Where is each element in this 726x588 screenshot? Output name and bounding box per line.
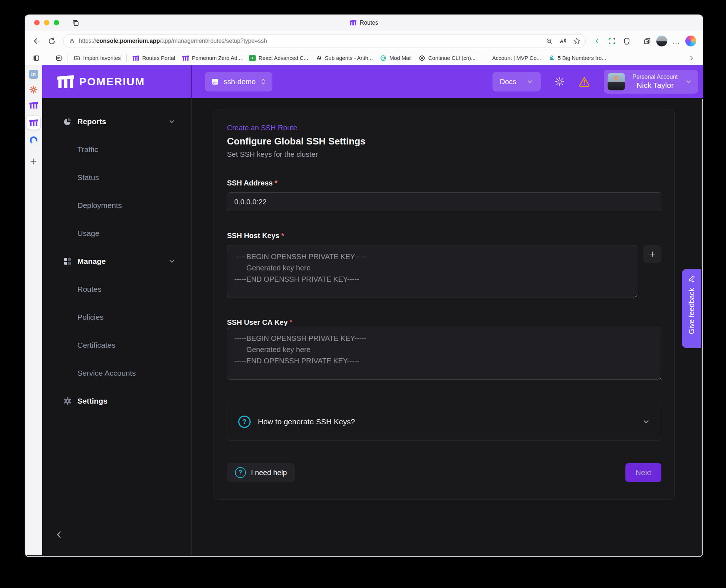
- app-sidebar: Reports Traffic Status Deployments Usage…: [42, 98, 192, 555]
- sidebar-item-routes[interactable]: Routes: [42, 275, 191, 303]
- sidebar-section-manage[interactable]: Manage: [42, 247, 191, 275]
- i-need-help-button[interactable]: ? I need help: [227, 463, 295, 482]
- window-controls: [34, 20, 59, 25]
- minimize-window-button[interactable]: [44, 20, 49, 25]
- docs-button[interactable]: Docs: [492, 72, 541, 91]
- pie-chart-icon: [63, 117, 72, 126]
- wizard-eyebrow: Create an SSH Route: [227, 124, 661, 132]
- browser-essentials-icon[interactable]: [620, 34, 633, 48]
- toolbar-divider: [637, 37, 637, 45]
- favorite-star-icon[interactable]: [570, 34, 583, 48]
- bookmark-routes-portal[interactable]: Routes Portal: [129, 53, 179, 64]
- sidebar-section-reports[interactable]: Reports: [42, 107, 191, 135]
- edge-sidebar-strip: in: [25, 65, 42, 555]
- bookmarks-divider: [68, 54, 68, 62]
- sidebar-item-service-accounts[interactable]: Service Accounts: [42, 359, 191, 387]
- wizard-actions: ? I need help Next: [227, 463, 661, 482]
- pomerium-logo-icon: [57, 75, 74, 88]
- address-bar[interactable]: https://console.pomerium.app/app/managem…: [63, 34, 586, 48]
- swirl-app-icon[interactable]: [28, 135, 38, 145]
- close-window-button[interactable]: [34, 20, 40, 25]
- account-menu[interactable]: Personal Account Nick Taylor: [604, 70, 698, 94]
- sidebar-item-certificates[interactable]: Certificates: [42, 331, 191, 359]
- sidebar-collapse-icon[interactable]: [591, 34, 604, 48]
- page-scrollbar[interactable]: [702, 99, 703, 554]
- bookmark-sub-agents[interactable]: A\ Sub agents - Anth...: [312, 53, 377, 64]
- mail-favicon: [380, 55, 386, 61]
- user-avatar: [608, 73, 625, 90]
- next-button[interactable]: Next: [625, 463, 661, 482]
- browser-window: Routes https://console.pomerium.app/app/…: [25, 15, 703, 556]
- ssh-user-ca-key-textarea[interactable]: [227, 327, 661, 380]
- pomerium-app-icon-active[interactable]: [27, 116, 40, 130]
- bookmark-react-advanced[interactable]: + React Advanced C...: [246, 53, 312, 64]
- theme-toggle-sun-icon[interactable]: [555, 77, 565, 87]
- help-circle-icon: ?: [238, 416, 251, 428]
- sidebar-section-settings[interactable]: Settings: [42, 387, 191, 415]
- svg-text:A: A: [560, 38, 563, 44]
- wizard-card: Create an SSH Route Configure Global SSH…: [214, 109, 675, 500]
- sidebar-item-status[interactable]: Status: [42, 163, 191, 191]
- server-icon: [211, 77, 219, 86]
- pomerium-favicon: [133, 55, 139, 61]
- give-feedback-label: Give feedback: [688, 288, 696, 334]
- main-panel: Create an SSH Route Configure Global SSH…: [192, 98, 703, 555]
- web-capture-icon[interactable]: [605, 34, 618, 48]
- page-subtitle: Set SSH keys for the cluster: [227, 150, 661, 159]
- chevron-down-icon: [642, 418, 650, 426]
- chevron-down-icon: [168, 258, 175, 265]
- account-type: Personal Account: [632, 74, 678, 80]
- bookmark-mod-mail[interactable]: Mod Mail: [376, 53, 415, 64]
- ssh-host-keys-label: SSH Host Keys*: [227, 232, 661, 240]
- bookmarks-overflow-chevron[interactable]: [685, 52, 698, 65]
- profile-avatar[interactable]: [655, 34, 668, 48]
- tab-stacks-icon[interactable]: [72, 19, 80, 27]
- active-tab[interactable]: Routes: [350, 20, 378, 26]
- zoom-window-button[interactable]: [54, 20, 59, 25]
- collapse-sidebar-button[interactable]: [54, 530, 179, 539]
- bookmarks-bar: Import favorites Routes Portal Pomerium …: [25, 51, 703, 65]
- sidebar-item-usage[interactable]: Usage: [42, 219, 191, 247]
- brand-logo[interactable]: POMERIUM: [42, 65, 192, 98]
- collections-icon[interactable]: [641, 34, 654, 48]
- ampersand-favicon: &: [548, 55, 555, 61]
- add-app-icon[interactable]: [28, 156, 38, 167]
- grid-icon: [63, 257, 72, 266]
- starburst-app-icon[interactable]: [28, 85, 38, 95]
- bookmark-pomerium-zero[interactable]: Pomerium Zero Ad...: [179, 53, 246, 64]
- pomerium-app-icon[interactable]: [28, 100, 38, 110]
- copilot-icon[interactable]: [684, 34, 697, 48]
- continue-favicon: [419, 55, 425, 61]
- anthropic-favicon: A\: [316, 55, 322, 61]
- how-to-generate-accordion[interactable]: ? How to generate SSH Keys?: [227, 403, 661, 441]
- read-aloud-icon[interactable]: A: [556, 34, 569, 48]
- titlebar: Routes: [25, 15, 703, 31]
- chevron-down-icon: [685, 78, 692, 85]
- warning-icon[interactable]: [579, 76, 590, 87]
- bookmark-account-mvp[interactable]: Account | MVP Co...: [479, 53, 545, 64]
- strip-divider: [29, 151, 38, 151]
- ssh-address-input[interactable]: [227, 192, 661, 211]
- back-button[interactable]: [31, 34, 44, 48]
- settings-more-icon[interactable]: ...: [670, 34, 683, 48]
- cluster-name: ssh-demo: [224, 78, 256, 86]
- reading-list-icon[interactable]: [52, 52, 65, 65]
- give-feedback-tab[interactable]: Give feedback: [682, 269, 701, 348]
- add-host-key-button[interactable]: +: [643, 245, 661, 263]
- bookmark-5-big-numbers[interactable]: & 5 Big Numbers fro...: [545, 53, 610, 64]
- linkedin-app-icon[interactable]: in: [28, 69, 38, 79]
- sidebar-item-traffic[interactable]: Traffic: [42, 135, 191, 163]
- sidebar-footer: [42, 519, 191, 555]
- ssh-host-keys-textarea[interactable]: [227, 245, 637, 298]
- gear-icon: [63, 397, 72, 405]
- sidebar-item-policies[interactable]: Policies: [42, 303, 191, 331]
- brand-name: POMERIUM: [79, 75, 145, 88]
- cluster-selector[interactable]: ssh-demo: [205, 72, 272, 91]
- refresh-button[interactable]: [45, 34, 58, 48]
- zoom-page-icon[interactable]: [543, 34, 556, 48]
- sidebar-item-deployments[interactable]: Deployments: [42, 191, 191, 219]
- bookmark-import-favorites[interactable]: Import favorites: [70, 53, 124, 64]
- bookmark-continue-cli[interactable]: Continue CLI (cn)...: [415, 53, 479, 64]
- sidebar-pane-icon[interactable]: [30, 52, 43, 65]
- chevron-down-icon: [526, 78, 534, 85]
